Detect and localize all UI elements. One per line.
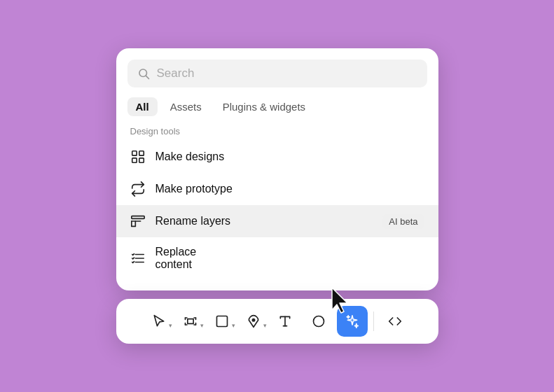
search-panel: Search All Assets Plugins & widgets Desi… [116, 48, 438, 290]
make-designs-label: Make designs [155, 150, 225, 163]
toolbar: ▾ ▾ [116, 299, 438, 344]
search-bar[interactable]: Search [127, 59, 427, 88]
tab-plugins-widgets[interactable]: Plugins & widgets [214, 97, 314, 116]
rename-icon [130, 214, 146, 229]
select-tool-group: ▾ [144, 306, 172, 337]
shape-tool-group: ▾ [207, 306, 235, 337]
section-header-design-tools: Design tools [116, 126, 438, 136]
text-tool-button[interactable] [270, 306, 300, 337]
code-tool-button[interactable] [380, 306, 410, 337]
shape-tool-button[interactable] [207, 306, 237, 337]
svg-rect-6 [131, 216, 144, 219]
tabs-bar: All Assets Plugins & widgets [116, 97, 438, 116]
menu-item-make-designs[interactable]: Make designs [116, 141, 438, 173]
tab-assets[interactable]: Assets [162, 97, 210, 116]
app-container: Search All Assets Plugins & widgets Desi… [116, 48, 438, 344]
menu-item-replace-content[interactable]: Replace content [116, 237, 438, 279]
ai-tool-button[interactable] [337, 306, 368, 337]
svg-point-27 [314, 316, 324, 327]
toolbar-divider [373, 312, 374, 331]
frame-tool-button[interactable] [175, 306, 206, 337]
svg-point-24 [252, 319, 254, 321]
svg-rect-4 [132, 158, 136, 162]
replace-icon [130, 251, 146, 266]
select-tool-button[interactable] [144, 306, 174, 337]
design-icon [130, 149, 146, 164]
tab-all[interactable]: All [127, 97, 158, 116]
svg-rect-3 [139, 151, 143, 155]
search-placeholder: Search [157, 66, 195, 80]
pen-tool-group: ▾ [238, 306, 267, 337]
ellipse-tool-button[interactable] [303, 306, 334, 337]
pen-tool-button[interactable] [238, 306, 269, 337]
svg-rect-22 [188, 319, 193, 324]
frame-tool-group: ▾ [175, 306, 204, 337]
ai-beta-badge: AI beta [382, 214, 424, 229]
menu-item-rename-layers[interactable]: Rename layers AI beta [116, 205, 438, 237]
rename-layers-label: Rename layers [155, 215, 231, 227]
prototype-icon [130, 181, 146, 197]
svg-rect-2 [132, 151, 136, 155]
svg-line-1 [146, 76, 148, 78]
make-prototype-label: Make prototype [155, 183, 233, 195]
svg-rect-5 [139, 158, 143, 162]
replace-content-label: Replace content [155, 246, 212, 271]
search-icon [137, 67, 150, 80]
svg-rect-23 [217, 316, 228, 327]
menu-item-make-prototype[interactable]: Make prototype [116, 173, 438, 205]
